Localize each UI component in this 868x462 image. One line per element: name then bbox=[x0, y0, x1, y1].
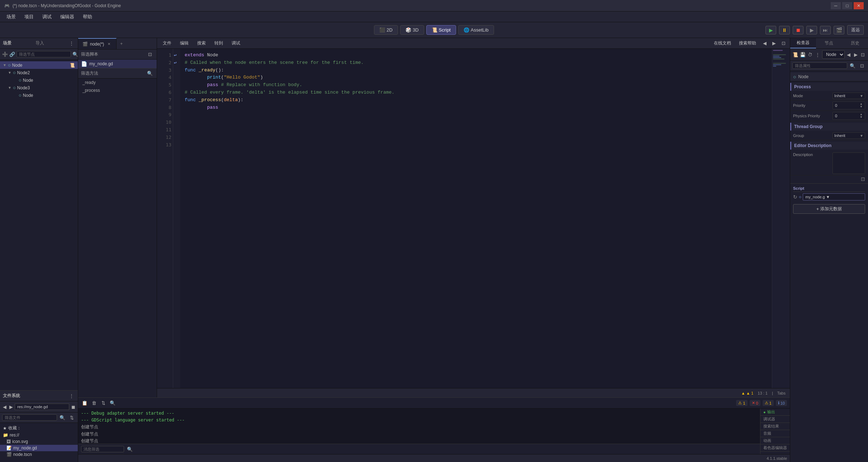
filesystem-more-btn[interactable]: ⋮ bbox=[68, 392, 75, 400]
minimize-button[interactable]: ─ bbox=[831, 2, 841, 9]
pause-button[interactable]: ⏸ bbox=[779, 26, 790, 34]
fs-sort-btn[interactable]: ⇅ bbox=[68, 414, 76, 421]
fs-filter-input[interactable] bbox=[2, 414, 57, 421]
shader-editor-tab[interactable]: 着色器编辑器 bbox=[760, 444, 790, 452]
stop-button[interactable]: ⏹ bbox=[793, 26, 803, 34]
mode-3d-button[interactable]: 🎲 3D bbox=[400, 25, 424, 35]
tree-item-node2[interactable]: ▼ ○ Node2 bbox=[0, 69, 78, 76]
fs-filter-search-btn[interactable]: 🔍 bbox=[58, 414, 66, 421]
debug-play-button[interactable]: ▶ bbox=[806, 26, 817, 34]
inspector-expand-btn[interactable]: ⊡ bbox=[860, 51, 866, 58]
maximize-button[interactable]: □ bbox=[842, 2, 852, 9]
fs-back-btn[interactable]: ◀ bbox=[2, 403, 7, 411]
tab-close-btn[interactable]: ✕ bbox=[106, 41, 112, 47]
menu-editor[interactable]: 编辑器 bbox=[57, 12, 78, 22]
scene-more-btn[interactable]: ⋮ bbox=[68, 40, 75, 47]
error-badge[interactable]: ✕ 0 bbox=[750, 400, 760, 406]
fs-toggle-btn[interactable]: ◼ bbox=[71, 403, 76, 411]
script-expand-btn[interactable]: ⊡ bbox=[146, 51, 154, 58]
output-filter-input[interactable] bbox=[81, 446, 124, 452]
tree-item-node-root[interactable]: ▼ ○ Node 📜 bbox=[0, 61, 78, 69]
inspector-save-btn[interactable]: 💾 bbox=[800, 51, 806, 58]
script-select[interactable]: my_node.g ▼ bbox=[803, 193, 865, 201]
editor-tab-node[interactable]: 🎬 node(*) ✕ bbox=[78, 38, 117, 49]
nav-inspector-forward[interactable]: ▶ bbox=[853, 51, 858, 58]
menu-project[interactable]: 项目 bbox=[21, 12, 37, 22]
node-type-select[interactable]: Node bbox=[822, 50, 845, 59]
script-reload-btn[interactable]: ↻ bbox=[793, 194, 797, 200]
mode-select[interactable]: Inherit ▼ bbox=[833, 93, 865, 99]
code-editor[interactable]: 12345 678910 111213 ↩ ↩ extends Node bbox=[157, 49, 790, 388]
nav-forward-btn[interactable]: ▶ bbox=[770, 40, 778, 47]
inspector-history-btn[interactable]: ⏱ bbox=[807, 51, 813, 58]
method-search-btn[interactable]: 🔍 bbox=[146, 70, 154, 77]
nav-inspector-back[interactable]: ◀ bbox=[846, 51, 852, 58]
close-button[interactable]: ✕ bbox=[854, 2, 864, 9]
edit-menu-btn[interactable]: 编辑 bbox=[177, 39, 191, 47]
inspector-script-btn[interactable]: 📜 bbox=[792, 51, 798, 58]
search-results-tab[interactable]: 搜索结果 bbox=[760, 423, 790, 430]
inspector-tab-history[interactable]: 历史 bbox=[842, 38, 868, 48]
scene-search-btn[interactable]: 🔍 bbox=[72, 50, 78, 58]
output-filter-search-btn[interactable]: 🔍 bbox=[126, 446, 133, 453]
file-menu-btn[interactable]: 文件 bbox=[160, 39, 174, 47]
fs-item-icon-svg[interactable]: 🖼 icon.svg bbox=[0, 438, 78, 445]
warning-badge[interactable]: ⚠ 1 bbox=[736, 400, 747, 406]
priority-down[interactable]: ▼ bbox=[860, 105, 863, 108]
remote-button[interactable]: 遥远 bbox=[847, 25, 864, 35]
inspector-more-btn[interactable]: ⋮ bbox=[815, 51, 821, 58]
menu-help[interactable]: 帮助 bbox=[79, 12, 96, 22]
filter-output-btn[interactable]: ⇅ bbox=[100, 400, 107, 407]
import-label[interactable]: 导入 bbox=[35, 40, 44, 46]
fs-item-node-tscn[interactable]: 🎬 node.tscn bbox=[0, 451, 78, 458]
scene-filter-input[interactable] bbox=[16, 51, 71, 57]
add-meta-button[interactable]: + 添加元数据 bbox=[793, 204, 865, 214]
expand-editor-btn[interactable]: ⊡ bbox=[780, 40, 787, 47]
priority-value[interactable]: 0 ▲ ▼ bbox=[833, 102, 865, 109]
menu-scene[interactable]: 场景 bbox=[3, 12, 19, 22]
physics-priority-stepper[interactable]: ▲ ▼ bbox=[860, 113, 863, 119]
output-tab-active[interactable]: ● 输出 bbox=[760, 409, 790, 416]
method-ready[interactable]: _ready bbox=[78, 79, 157, 86]
step-button[interactable]: ⏭ bbox=[820, 26, 831, 34]
info-badge[interactable]: ⚠ 1 bbox=[763, 400, 774, 406]
code-content[interactable]: extends Node # Called when the node ente… bbox=[180, 49, 772, 388]
mode-assetlib-button[interactable]: 🌐 AssetLib bbox=[458, 25, 494, 35]
debugger-tab[interactable]: 调试器 bbox=[760, 416, 790, 423]
physics-priority-value[interactable]: 0 ▲ ▼ bbox=[833, 112, 865, 120]
play-button[interactable]: ▶ bbox=[765, 26, 776, 34]
online-docs-btn[interactable]: 在线文档 bbox=[711, 39, 734, 47]
clear-output-btn[interactable]: 🗑 bbox=[90, 400, 98, 407]
goto-menu-btn[interactable]: 转到 bbox=[212, 39, 226, 47]
script-file-my-node[interactable]: 📄 my_node.gd bbox=[78, 60, 157, 68]
priority-stepper[interactable]: ▲ ▼ bbox=[860, 103, 863, 108]
tree-item-node3-child[interactable]: ▶ ○ Node bbox=[0, 91, 78, 99]
nav-back-btn[interactable]: ◀ bbox=[761, 40, 768, 47]
method-process[interactable]: _process bbox=[78, 86, 157, 94]
tree-item-node3[interactable]: ▼ ○ Node3 bbox=[0, 84, 78, 91]
fs-item-res[interactable]: 📁 res:// bbox=[0, 432, 78, 438]
animation-tab[interactable]: 动画 bbox=[760, 437, 790, 444]
audio-tab[interactable]: 音频 bbox=[760, 430, 790, 437]
link-node-btn[interactable]: 🔗 bbox=[9, 50, 15, 58]
debug-menu-btn[interactable]: 调试 bbox=[229, 39, 243, 47]
mode-2d-button[interactable]: ⬛ 2D bbox=[374, 25, 398, 35]
copy-output-btn[interactable]: 📋 bbox=[81, 400, 88, 407]
search-menu-btn[interactable]: 搜索 bbox=[194, 39, 209, 47]
movie-button[interactable]: 🎬 bbox=[834, 26, 844, 34]
menu-debug[interactable]: 调试 bbox=[39, 12, 55, 22]
search-output-btn[interactable]: 🔍 bbox=[109, 400, 116, 407]
debug-badge[interactable]: ℹ 10 bbox=[776, 400, 787, 406]
search-help-btn[interactable]: 搜索帮助 bbox=[736, 39, 759, 47]
prop-filter-more-btn[interactable]: ⊡ bbox=[858, 62, 866, 70]
prop-search-btn[interactable]: 🔍 bbox=[849, 62, 857, 70]
inspector-tab-node[interactable]: 节点 bbox=[816, 38, 842, 48]
fs-item-my-node-gd[interactable]: 📝 my_node.gd bbox=[0, 445, 78, 451]
thread-group-select[interactable]: Inherit ▼ bbox=[833, 132, 865, 139]
mode-script-button[interactable]: 📜 Script bbox=[426, 25, 456, 35]
inspector-tab-inspector[interactable]: 检查器 bbox=[790, 38, 816, 48]
fs-path-input[interactable] bbox=[15, 404, 69, 410]
tree-item-node2-child[interactable]: ▶ ○ Node bbox=[0, 76, 78, 84]
add-node-btn[interactable]: ➕ bbox=[2, 50, 8, 58]
physics-priority-down[interactable]: ▼ bbox=[860, 116, 863, 119]
